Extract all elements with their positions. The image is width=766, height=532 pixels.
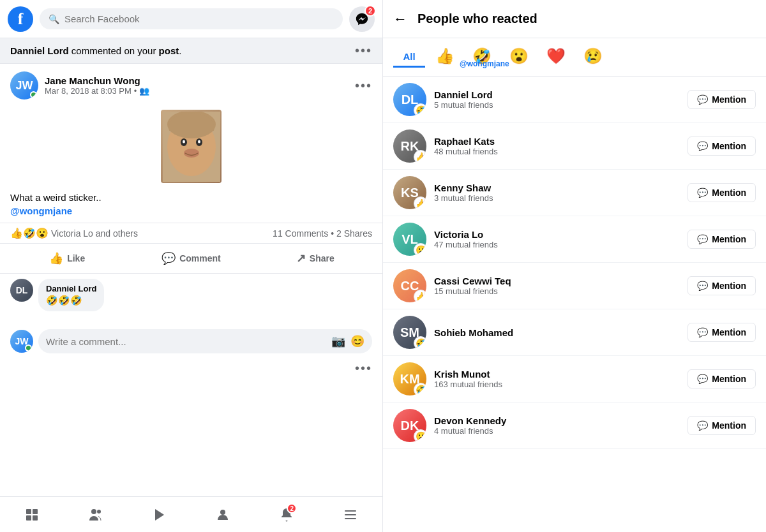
comment-section: DL Danniel Lord 🤣🤣🤣	[0, 274, 382, 324]
mention-button[interactable]: 💬 Mention	[687, 137, 756, 156]
search-input[interactable]	[64, 13, 334, 24]
nav-menu[interactable]	[319, 502, 382, 527]
mention-button[interactable]: 💬 Mention	[687, 276, 756, 295]
svg-point-15	[220, 510, 225, 515]
person-name: Cassi Cewwi Teq	[434, 276, 680, 286]
comment-input-wrap[interactable]: 📷 😊	[38, 329, 372, 353]
reaction-badge: 🤣	[414, 103, 426, 116]
post-text: What a weird sticker.. @wongmjane	[0, 188, 382, 223]
right-panel: ← People who reacted All 👍 🤣 😮 ❤️ 😢 @won…	[383, 0, 766, 532]
nav-home[interactable]	[0, 502, 64, 527]
mention-button[interactable]: 💬 Mention	[687, 183, 756, 202]
person-avatar: KM 🤣	[393, 362, 426, 395]
nav-friends[interactable]	[64, 502, 128, 527]
person-info: Raphael Kats 48 mutual friends	[434, 136, 680, 156]
mention-button[interactable]: 💬 Mention	[687, 323, 756, 342]
comment-button[interactable]: 💬 Comment	[129, 246, 253, 270]
comment-bubble: Danniel Lord 🤣🤣🤣	[38, 279, 104, 311]
mention-button[interactable]: 💬 Mention	[687, 90, 756, 109]
tab-love[interactable]: ❤️	[539, 43, 573, 71]
person-item: DK 😮 Devon Kennedy 4 mutual friends 💬 Me…	[383, 403, 766, 449]
post-author-name: Jane Manchun Wong	[45, 75, 349, 86]
person-item: KM 🤣 Krish Munot 163 mutual friends 💬 Me…	[383, 356, 766, 403]
person-mutual: 163 mutual friends	[434, 380, 680, 389]
notification-more-button[interactable]: •••	[355, 43, 372, 58]
nav-watch[interactable]	[128, 502, 192, 527]
reaction-badge: 🤣	[414, 336, 426, 349]
tab-like[interactable]: 👍	[428, 43, 462, 71]
person-mutual: 4 mutual friends	[434, 426, 680, 436]
camera-icon[interactable]: 📷	[331, 334, 345, 348]
mention-tag-tab[interactable]: @wongmjane	[460, 59, 509, 68]
back-button[interactable]: ←	[393, 11, 407, 27]
comment-text: 🤣🤣🤣	[46, 295, 96, 306]
svg-rect-18	[345, 518, 356, 519]
svg-marker-14	[155, 509, 164, 521]
comment-input[interactable]	[46, 336, 326, 347]
home-icon	[24, 507, 40, 522]
person-avatar: DK 😮	[393, 409, 426, 442]
search-bar[interactable]: 🔍	[40, 8, 343, 29]
reaction-tabs: All 👍 🤣 😮 ❤️ 😢 @wongmjane	[383, 38, 766, 77]
tab-all[interactable]: All	[393, 47, 425, 68]
mention-button[interactable]: 💬 Mention	[687, 230, 756, 249]
person-item: RK 👍 Raphael Kats 48 mutual friends 💬 Me…	[383, 123, 766, 170]
person-avatar: DL 🤣	[393, 83, 426, 116]
share-icon: ↗	[296, 251, 306, 265]
svg-rect-9	[33, 509, 38, 514]
messenger-badge: 2	[364, 5, 376, 17]
share-button[interactable]: ↗ Share	[253, 246, 377, 270]
post-header: JW Jane Manchun Wong Mar 8, 2018 at 8:03…	[0, 64, 382, 105]
reactions-left: 👍 🤣 😮 Victoria Lo and others	[10, 227, 138, 239]
person-mutual: 48 mutual friends	[434, 147, 680, 156]
reactions-right: 11 Comments • 2 Shares	[273, 228, 372, 239]
search-icon: 🔍	[49, 14, 59, 24]
friends-icon	[88, 507, 103, 522]
person-info: Sohieb Mohamed	[434, 327, 680, 338]
tab-sad[interactable]: 😢	[576, 43, 610, 71]
facebook-logo: f	[8, 6, 33, 32]
watch-icon	[152, 507, 167, 522]
emoji-icon[interactable]: 😊	[350, 334, 364, 348]
nav-notifications[interactable]: 2	[255, 502, 319, 527]
person-item: DL 🤣 Danniel Lord 5 mutual friends 💬 Men…	[383, 77, 766, 123]
post-time: Mar 8, 2018 at 8:03 PM • 👥	[45, 86, 349, 96]
svg-rect-11	[33, 515, 38, 521]
post-image	[0, 105, 382, 188]
like-icon: 👍	[49, 251, 63, 265]
action-bar: 👍 Like 💬 Comment ↗ Share	[0, 244, 382, 274]
like-button[interactable]: 👍 Like	[5, 246, 129, 270]
svg-rect-17	[345, 514, 356, 515]
person-mutual: 47 mutual friends	[434, 240, 680, 249]
person-avatar: VL 😮	[393, 223, 426, 256]
reaction-emojis: 👍 🤣 😮	[10, 227, 49, 239]
comment-small-icon: 💬	[697, 420, 708, 431]
reaction-badge: 🤣	[414, 383, 426, 395]
comment-author-avatar: DL	[10, 279, 33, 302]
mention-button[interactable]: 💬 Mention	[687, 369, 756, 388]
person-item: VL 😮 Victoria Lo 47 mutual friends 💬 Men…	[383, 216, 766, 263]
post-options-button[interactable]: •••	[355, 78, 372, 93]
person-name: Devon Kennedy	[434, 415, 680, 426]
comment-icon: 💬	[161, 251, 176, 265]
reaction-badge: 😮	[414, 243, 426, 256]
audience-icon: 👥	[139, 86, 149, 96]
svg-rect-10	[26, 515, 31, 521]
comment-input-row: JW 📷 😊	[0, 324, 382, 358]
person-name: Sohieb Mohamed	[434, 327, 680, 338]
person-name: Victoria Lo	[434, 229, 680, 240]
bottom-nav: 2	[0, 496, 382, 532]
comment-small-icon: 💬	[697, 374, 708, 384]
comment-small-icon: 💬	[697, 234, 708, 244]
person-name: Krish Munot	[434, 369, 680, 380]
more-options-button[interactable]: •••	[355, 361, 372, 376]
reactions-bar: 👍 🤣 😮 Victoria Lo and others 11 Comments…	[0, 223, 382, 244]
mention-button[interactable]: 💬 Mention	[687, 416, 756, 435]
messenger-button[interactable]: 2	[349, 6, 375, 32]
person-avatar: RK 👍	[393, 129, 426, 163]
person-info: Krish Munot 163 mutual friends	[434, 369, 680, 389]
person-mutual: 3 mutual friends	[434, 193, 680, 203]
person-name: Danniel Lord	[434, 89, 680, 100]
comment-author-name: Danniel Lord	[46, 284, 96, 293]
nav-profile[interactable]	[191, 502, 255, 527]
